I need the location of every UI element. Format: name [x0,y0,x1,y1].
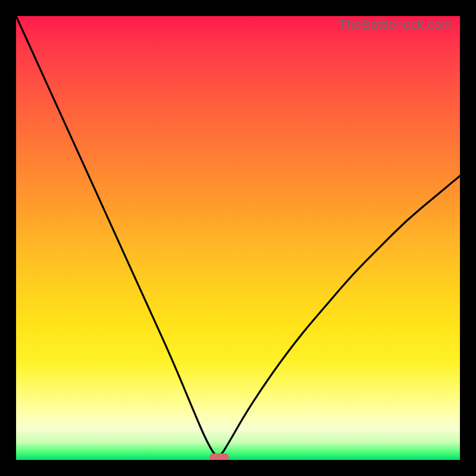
optimal-marker [209,453,230,460]
bottleneck-curve [16,16,460,460]
watermark-text: TheBottleneck.com [339,17,453,33]
plot-area: TheBottleneck.com [16,16,460,460]
chart-frame: TheBottleneck.com [0,0,476,476]
